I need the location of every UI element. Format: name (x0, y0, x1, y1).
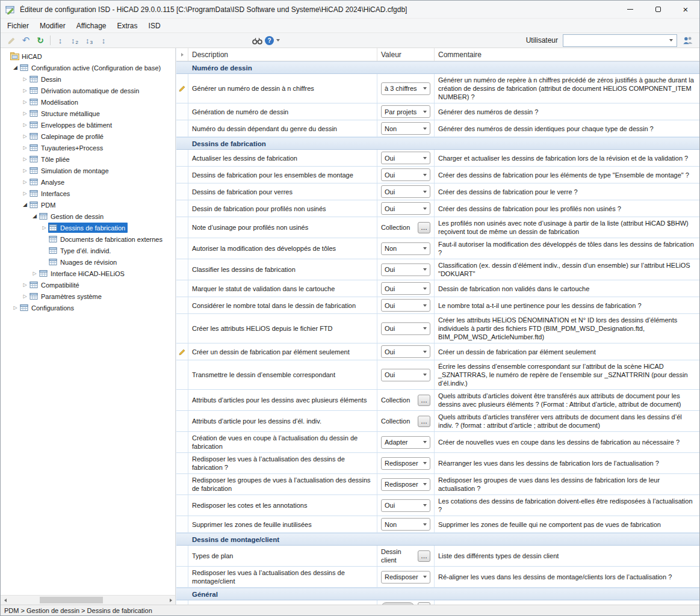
expand-arrow-icon[interactable]: ▷ (21, 134, 29, 139)
value-dropdown[interactable]: Oui (381, 299, 430, 312)
value-dropdown[interactable]: Par projets (381, 105, 430, 118)
value-dropdown[interactable]: Redisposer (381, 457, 430, 470)
tree-item-interfaces[interactable]: ▷Interfaces (1, 188, 175, 199)
collapse-arrow-icon[interactable]: ◢ (11, 65, 19, 70)
expand-arrow-icon[interactable]: ▷ (21, 180, 29, 185)
expand-arrow-icon[interactable]: ▷ (21, 294, 29, 299)
expand-level-3-button[interactable]: ↕3 (82, 34, 96, 47)
arrow-right-icon (170, 599, 172, 602)
value-dropdown[interactable]: Non (381, 122, 430, 135)
expand-arrow-icon[interactable]: ▷ (21, 168, 29, 173)
browse-button[interactable]: … (418, 550, 430, 562)
tree-item-configuration-active-configuration-de-base[interactable]: ◢Configuration active (Configuration de … (1, 62, 175, 73)
collapse-arrow-icon[interactable]: ◢ (31, 214, 39, 219)
minimize-button[interactable] (616, 1, 644, 18)
value-dropdown[interactable]: Oui (381, 185, 430, 198)
menu-item-extras[interactable]: Extras (112, 20, 143, 32)
menu-item-isd[interactable]: ISD (143, 20, 166, 32)
user-icon[interactable] (682, 36, 693, 45)
expand-level-2-button[interactable]: ↕2 (68, 34, 81, 47)
chevron-down-icon (423, 268, 427, 271)
edit-button[interactable] (5, 34, 18, 47)
value-cell: Collection… (377, 217, 435, 238)
value-dropdown[interactable]: Oui (381, 499, 430, 512)
value-dropdown[interactable]: Oui (381, 263, 430, 276)
expand-arrow-icon[interactable]: ▷ (21, 191, 29, 196)
column-header-commentaire[interactable]: Commentaire (435, 48, 699, 61)
value-dropdown[interactable]: Non (381, 518, 430, 531)
value-dropdown[interactable]: Redisposer (381, 571, 430, 584)
column-header-description[interactable]: Description (188, 48, 377, 61)
expand-arrow-icon[interactable]: ▷ (21, 100, 29, 105)
expand-arrow-icon[interactable]: ▷ (21, 88, 29, 93)
tree-item-nuages-de-revision[interactable]: Nuages de révision (1, 256, 175, 268)
scroll-left-button[interactable] (1, 596, 10, 605)
tree-item-hicad[interactable]: HiCAD (1, 51, 175, 62)
tree-item-tole-pliee[interactable]: ▷Tôle pliée (1, 153, 175, 165)
tree-item-documents-de-fabrication-externes[interactable]: Documents de fabrication externes (1, 233, 175, 245)
expand-arrow-icon[interactable]: ▷ (21, 146, 29, 150)
tree-horizontal-scrollbar[interactable] (1, 595, 175, 605)
value-dropdown[interactable]: Non (381, 242, 430, 255)
menu-item-affichage[interactable]: Affichage (71, 20, 112, 32)
tree-item-interface-hicad-helios[interactable]: ▷Interface HiCAD-HELiOS (1, 268, 175, 279)
tree-item-modelisation[interactable]: ▷Modélisation (1, 96, 175, 108)
tree-item-simulation-de-montage[interactable]: ▷Simulation de montage (1, 165, 175, 176)
browse-button[interactable]: … (418, 222, 430, 233)
column-header-valeur[interactable]: Valeur (377, 48, 435, 61)
tree-item-analyse[interactable]: ▷Analyse (1, 176, 175, 188)
tree-item-calepinage-de-profile[interactable]: ▷Calepinage de profilé (1, 131, 175, 142)
value-dropdown[interactable]: à 3 chiffres (381, 82, 430, 95)
user-select[interactable] (563, 34, 677, 47)
tree-item-compatibilite[interactable]: ▷Compatibilité (1, 279, 175, 291)
refresh-button[interactable]: ↻ (34, 34, 47, 47)
row-marker (176, 546, 188, 566)
close-button[interactable]: × (672, 1, 699, 18)
tree-item-enveloppes-de-batiment[interactable]: ▷Enveloppes de bâtiment (1, 119, 175, 131)
value-dropdown[interactable]: Redisposer (381, 478, 430, 491)
value-dropdown[interactable]: Oui (381, 152, 430, 164)
title-bar: Éditeur de configuration ISD - HiCAD 29.… (1, 1, 699, 19)
expand-tree-button[interactable]: ↕ (54, 34, 67, 47)
tree-item-derivation-automatique-de-dessin[interactable]: ▷Dérivation automatique de dessin (1, 85, 175, 96)
tree-item-tuyauteries-process[interactable]: ▷Tuyauteries+Process (1, 142, 175, 153)
value-dropdown[interactable]: Oui (381, 168, 430, 181)
scroll-right-button[interactable] (166, 596, 175, 605)
expand-arrow-icon[interactable]: ▷ (40, 226, 48, 230)
expand-arrow-icon[interactable]: ▷ (21, 123, 29, 128)
expand-arrow-icon[interactable]: ▷ (21, 77, 29, 82)
table-row: Génération de numéro de dessinPar projet… (176, 103, 699, 120)
menu-item-fichier[interactable]: Fichier (2, 20, 34, 32)
scrollbar-track[interactable] (10, 596, 166, 605)
value-dropdown[interactable]: Oui (381, 369, 430, 381)
expand-arrow-icon[interactable]: ▷ (21, 157, 29, 162)
scrollbar-thumb[interactable] (40, 597, 103, 603)
collapse-tree-button[interactable]: ↕ (97, 34, 110, 47)
expand-arrow-icon[interactable]: ▷ (21, 283, 29, 288)
undo-button[interactable]: ↶ (19, 34, 33, 47)
value-dropdown[interactable]: Adapter (381, 436, 430, 449)
collapse-arrow-icon[interactable]: ◢ (21, 202, 29, 208)
search-button[interactable] (250, 34, 264, 47)
maximize-button[interactable] (644, 1, 672, 18)
tree-item-dessins-de-fabrication[interactable]: ▷Dessins de fabrication (1, 222, 175, 233)
tree-item-structure-metallique[interactable]: ▷Structure métallique (1, 108, 175, 119)
value-dropdown[interactable]: Oui (381, 322, 430, 335)
expand-arrow-icon[interactable]: ▷ (21, 111, 29, 116)
browse-button[interactable]: … (418, 395, 430, 406)
value-dropdown[interactable]: Oui (381, 282, 430, 295)
config-node-icon (29, 292, 39, 300)
tree-item-dessin[interactable]: ▷Dessin (1, 73, 175, 85)
tree-item-type-d-el-individ[interactable]: Type d’él. individ. (1, 245, 175, 256)
menu-item-modifier[interactable]: Modifier (34, 20, 71, 32)
value-dropdown[interactable]: Oui (381, 345, 430, 358)
browse-button[interactable]: … (418, 416, 430, 427)
expand-arrow-icon[interactable]: ▷ (11, 306, 19, 310)
expand-arrow-icon[interactable]: ▷ (31, 271, 39, 276)
value-dropdown[interactable]: Oui (381, 202, 430, 215)
help-button[interactable]: ? (265, 34, 280, 47)
tree-item-gestion-de-dessin[interactable]: ◢Gestion de dessin (1, 211, 175, 222)
tree-item-pdm[interactable]: ◢PDM (1, 199, 175, 211)
tree-item-parametres-systeme[interactable]: ▷Paramètres système (1, 291, 175, 302)
tree-item-configurations[interactable]: ▷Configurations (1, 302, 175, 313)
